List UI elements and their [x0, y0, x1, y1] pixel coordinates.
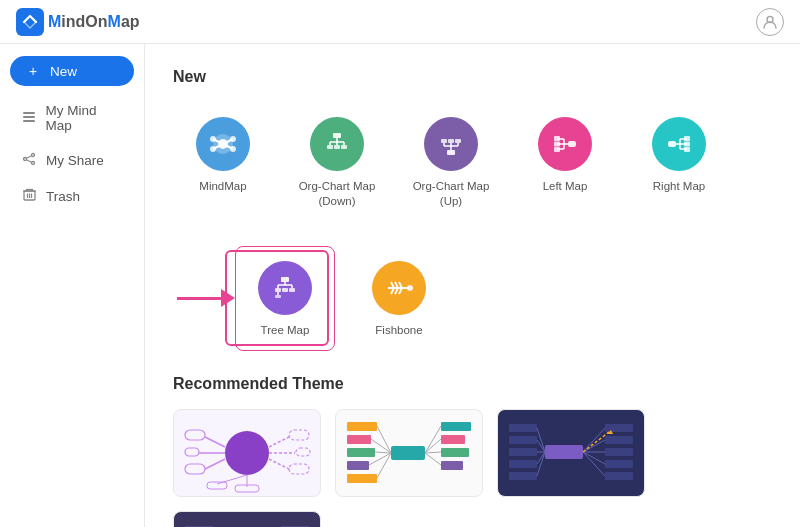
template-org-up[interactable]: Org-Chart Map (Up): [401, 102, 501, 222]
content-area: New: [145, 44, 800, 527]
svg-point-4: [24, 158, 27, 161]
left-map-label: Left Map: [543, 179, 588, 194]
svg-rect-71: [289, 288, 295, 292]
svg-rect-70: [282, 288, 288, 292]
svg-line-117: [425, 452, 441, 453]
recommended-section-title: Recommended Theme: [173, 375, 772, 393]
fishbone-label: Fishbone: [375, 323, 422, 338]
svg-rect-114: [441, 461, 463, 470]
sidebar-item-my-mind-map-label: My Mind Map: [45, 103, 124, 133]
theme-card-1[interactable]: [173, 409, 321, 497]
svg-rect-34: [334, 145, 340, 149]
svg-rect-44: [455, 139, 461, 143]
sidebar-item-new-label: New: [50, 64, 77, 79]
svg-line-106: [377, 426, 391, 453]
theme-card-4[interactable]: [173, 511, 321, 527]
logo-icon: [16, 8, 44, 36]
new-section-title: New: [173, 68, 772, 86]
template-fishbone[interactable]: Fishbone: [349, 246, 449, 351]
svg-rect-124: [509, 472, 537, 480]
svg-rect-131: [605, 436, 633, 444]
svg-rect-27: [333, 133, 341, 138]
svg-point-26: [230, 146, 236, 152]
svg-rect-120: [509, 424, 537, 432]
arrow-head: [221, 289, 235, 307]
trash-icon: [20, 188, 38, 205]
user-avatar-icon[interactable]: [756, 8, 784, 36]
svg-point-6: [32, 162, 35, 165]
svg-rect-111: [441, 422, 471, 431]
svg-rect-60: [684, 136, 690, 141]
theme-preview-3: [501, 412, 641, 494]
svg-rect-121: [509, 436, 537, 444]
sidebar-item-my-share[interactable]: My Share: [6, 143, 138, 178]
svg-point-23: [210, 136, 216, 142]
svg-rect-104: [347, 461, 369, 470]
template-left-map[interactable]: Left Map: [515, 102, 615, 222]
svg-rect-105: [347, 474, 377, 483]
template-right-map[interactable]: Right Map: [629, 102, 729, 222]
svg-rect-69: [275, 288, 281, 292]
svg-rect-130: [605, 424, 633, 432]
template-mindmap[interactable]: MindMap: [173, 102, 273, 222]
svg-rect-3: [23, 120, 35, 122]
tree-map-icon-circle: [258, 261, 312, 315]
logo-text: MindOnMap: [48, 13, 140, 31]
theme-preview-4: [177, 514, 317, 527]
svg-rect-1: [23, 112, 35, 114]
theme-card-2[interactable]: [335, 409, 483, 497]
sidebar-item-new[interactable]: + New: [10, 56, 134, 86]
templates-row1: MindMap: [173, 102, 772, 222]
right-map-label: Right Map: [653, 179, 705, 194]
svg-rect-33: [327, 145, 333, 149]
svg-rect-94: [296, 448, 310, 456]
right-map-icon-circle: [652, 117, 706, 171]
svg-rect-134: [605, 472, 633, 480]
sidebar-item-my-mind-map[interactable]: My Mind Map: [6, 94, 138, 142]
svg-line-118: [425, 453, 441, 465]
svg-line-116: [425, 439, 441, 453]
svg-rect-100: [391, 446, 425, 460]
sidebar: + New My Mind Map: [0, 44, 145, 527]
header: MindOnMap: [0, 0, 800, 44]
svg-rect-90: [185, 430, 205, 440]
logo: MindOnMap: [16, 8, 140, 36]
sidebar-item-trash-label: Trash: [46, 189, 80, 204]
sidebar-item-trash[interactable]: Trash: [6, 179, 138, 214]
svg-point-24: [210, 146, 216, 152]
svg-line-125: [537, 428, 545, 452]
template-tree-map[interactable]: Tree Map: [235, 246, 335, 351]
svg-point-22: [218, 139, 228, 149]
svg-line-8: [26, 160, 31, 162]
svg-line-84: [205, 437, 225, 447]
arrow-shaft: [177, 297, 221, 300]
svg-rect-112: [441, 435, 465, 444]
theme-card-3[interactable]: [497, 409, 645, 497]
svg-rect-133: [605, 460, 633, 468]
main-layout: + New My Mind Map: [0, 44, 800, 527]
svg-line-87: [269, 437, 289, 447]
svg-line-96: [217, 475, 247, 484]
svg-rect-35: [341, 145, 347, 149]
svg-rect-53: [554, 147, 560, 152]
share-icon: [20, 152, 38, 169]
plus-icon: +: [24, 63, 42, 79]
svg-line-129: [537, 452, 545, 476]
svg-rect-113: [441, 448, 469, 457]
svg-line-135: [583, 428, 605, 452]
svg-rect-123: [509, 460, 537, 468]
org-up-label: Org-Chart Map (Up): [412, 179, 490, 209]
tree-map-label: Tree Map: [261, 323, 310, 338]
svg-rect-45: [568, 141, 576, 147]
template-org-down[interactable]: Org-Chart Map (Down): [287, 102, 387, 222]
org-up-icon-circle: [424, 117, 478, 171]
theme-preview-2: [339, 412, 479, 494]
svg-line-126: [537, 440, 545, 452]
svg-rect-92: [185, 464, 205, 474]
svg-rect-119: [545, 445, 583, 459]
theme-grid: [173, 409, 772, 527]
org-down-label: Org-Chart Map (Down): [298, 179, 376, 209]
svg-line-115: [425, 426, 441, 453]
svg-rect-101: [347, 422, 377, 431]
fishbone-icon-circle: [372, 261, 426, 315]
